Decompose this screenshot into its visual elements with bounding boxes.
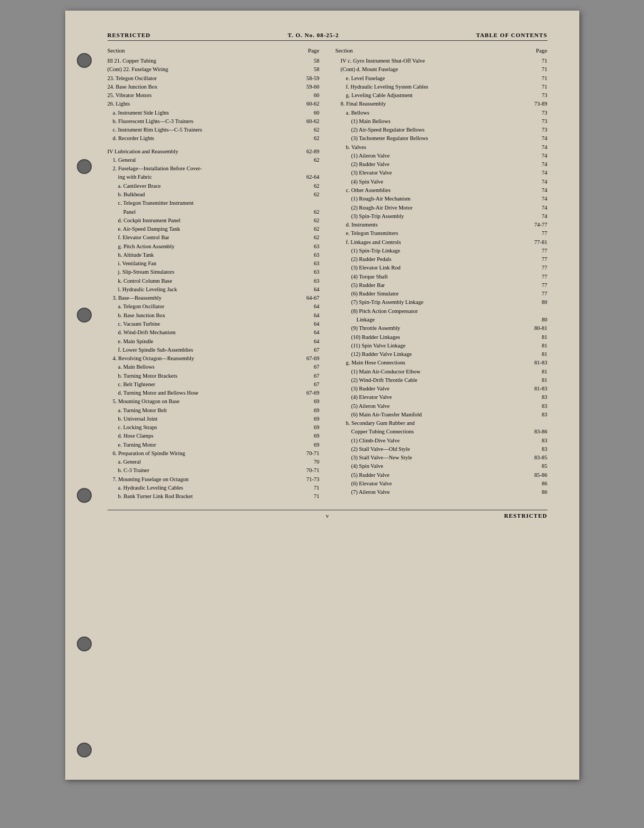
list-item: c. Instrument Rim Lights—C-5 Trainers62 (108, 126, 320, 134)
list-item: 8. Final Reassembly73-89 (336, 100, 548, 108)
list-item: 6. Preparation of Spindle Wiring70-71 (108, 449, 320, 458)
list-item: Linkage80 (336, 316, 548, 324)
list-item: (5) Aileron Valve83 (336, 402, 548, 411)
list-item: Panel62 (108, 208, 320, 216)
list-item: Copper Tubing Connections83-86 (336, 428, 548, 436)
list-item: 4. Revolving Octagon—Reassembly67-69 (108, 354, 320, 363)
binder-hole-5 (77, 637, 92, 651)
list-item: a. Bellows73 (336, 109, 548, 117)
list-item: a. Cantilever Brace62 (108, 182, 320, 190)
page-header: RESTRICTED T. O. No. 08-25-2 TABLE OF CO… (108, 32, 548, 41)
list-item: 1. General62 (108, 156, 320, 164)
list-item: (4) Spin Valve85 (336, 462, 548, 470)
list-item: b. C-3 Trainer70-71 (108, 466, 320, 475)
list-item: d. Turning Motor and Bellows Hose67-69 (108, 389, 320, 397)
list-item: (2) Rough-Air Drive Motor74 (336, 204, 548, 212)
list-item: 5. Mounting Octagon on Base69 (108, 397, 320, 406)
list-item: i. Ventilating Fan63 (108, 259, 320, 268)
binder-hole-6 (77, 743, 92, 757)
list-item: c. Telegon Transmitter Instrument (108, 199, 320, 207)
page-footer: v RESTRICTED (108, 510, 548, 519)
list-item: b. Valves74 (336, 143, 548, 152)
list-item: f. Lower Spindle Sub-Assemblies67 (108, 346, 320, 354)
left-page-label: Page (308, 47, 319, 54)
list-item: f. Linkages and Controls77-81 (336, 238, 548, 247)
list-item: 23. Telegon Oscillator58-59 (108, 74, 320, 83)
binder-hole-1 (77, 53, 92, 68)
list-item: (4) Elevator Valve83 (336, 393, 548, 402)
list-item: (12) Rudder Valve Linkage81 (336, 350, 548, 359)
list-item: (1) Rough-Air Mechanism74 (336, 195, 548, 203)
right-page-label: Page (536, 47, 547, 54)
list-item: 7. Mounting Fuselage on Octagon71-73 (108, 475, 320, 484)
list-item: (11) Spin Valve Linkage81 (336, 342, 548, 350)
list-item: (Cont) 22. Fuselage Wiring58 (108, 65, 320, 74)
list-item: b. Base Junction Box64 (108, 311, 320, 320)
list-item: c. Vacuum Turbine64 (108, 320, 320, 328)
list-item: IV Lubrication and Reassembly62-89 (108, 147, 320, 156)
list-item: (6) Elevator Valve86 (336, 480, 548, 488)
right-toc-entries: IV c. Gyro Instrument Shut-Off Valve71(C… (336, 57, 548, 497)
list-item: (1) Aileron Valve74 (336, 152, 548, 160)
list-item: g. Leveling Cable Adjustment73 (336, 91, 548, 100)
list-item: e. Telegon Transmitters77 (336, 229, 548, 238)
list-item: IV c. Gyro Instrument Shut-Off Valve71 (336, 57, 548, 65)
list-item: (2) Wind-Drift Throttle Cable81 (336, 376, 548, 385)
list-item: c. Other Assemblies74 (336, 186, 548, 195)
list-item: (4) Spin Valve74 (336, 178, 548, 186)
list-item: k. Control Column Base63 (108, 277, 320, 285)
list-item: (3) Tachometer Regulator Bellows74 (336, 134, 548, 143)
list-item: g. Pitch Action Assembly63 (108, 242, 320, 251)
list-item: ing with Fabric62-64 (108, 173, 320, 181)
list-item: (10) Rudder Linkages81 (336, 333, 548, 342)
list-item: b. Fluorescent Lights—C-3 Trainers60-62 (108, 117, 320, 126)
list-item: (4) Torque Shaft77 (336, 273, 548, 281)
list-item: d. Recorder Lights62 (108, 134, 320, 143)
toc-columns: Section Page III 21. Copper Tubing58(Con… (108, 47, 548, 501)
list-item: 2. Fuselage—Installation Before Cover- (108, 164, 320, 173)
list-item: c. Locking Straps69 (108, 423, 320, 432)
list-item: (2) Stall Valve—Old Style83 (336, 445, 548, 454)
right-col-header: Section Page (336, 47, 548, 54)
list-item: e. Turning Motor69 (108, 441, 320, 449)
list-item: (Cont) d. Mount Fuselage71 (336, 65, 548, 74)
list-item: l. Hydraulic Leveling Jack64 (108, 285, 320, 294)
left-col-header: Section Page (108, 47, 320, 54)
binder-hole-3 (77, 308, 92, 323)
binder-hole-4 (77, 488, 92, 503)
list-item: 25. Vibrator Motors60 (108, 91, 320, 100)
footer-left-blank (108, 512, 155, 519)
list-item: f. Hydraulic Leveling System Cables71 (336, 83, 548, 91)
list-item: (3) Elevator Valve74 (336, 169, 548, 177)
list-item: (8) Pitch Action Compensator (336, 307, 548, 316)
list-item: (5) Rudder Bar77 (336, 281, 548, 290)
left-section-label: Section (108, 47, 125, 54)
list-item: h. Secondary Gum Rubber and (336, 419, 548, 428)
list-item: 26. Lights60-62 (108, 100, 320, 108)
header-toc-right: TABLE OF CONTENTS (476, 32, 547, 38)
list-item: (5) Rudder Valve85-86 (336, 471, 548, 480)
list-item: b. Turning Motor Brackets67 (108, 372, 320, 380)
header-to-number: T. O. No. 08-25-2 (288, 32, 339, 38)
list-item: e. Level Fuselage71 (336, 74, 548, 83)
list-item: a. Main Bellows67 (108, 363, 320, 371)
list-item: d. Hose Clamps69 (108, 432, 320, 440)
left-column: Section Page III 21. Copper Tubing58(Con… (108, 47, 320, 501)
list-item: (2) Air-Speed Regulator Bellows73 (336, 126, 548, 134)
list-item: (2) Rudder Valve74 (336, 160, 548, 169)
list-item: (1) Main Bellows73 (336, 117, 548, 126)
footer-restricted-right: RESTRICTED (500, 512, 548, 519)
list-item: (3) Stall Valve—New Style83-85 (336, 454, 548, 462)
list-item: e. Air-Speed Damping Tank62 (108, 225, 320, 233)
left-toc-entries: III 21. Copper Tubing58(Cont) 22. Fusela… (108, 57, 320, 501)
list-item: a. General70 (108, 458, 320, 466)
list-item: b. Universal Joint69 (108, 415, 320, 423)
list-item: f. Elevator Control Bar62 (108, 233, 320, 242)
list-item: (1) Spin-Trip Linkage77 (336, 247, 548, 255)
list-item: (7) Spin-Trip Assembly Linkage80 (336, 298, 548, 307)
list-item: III 21. Copper Tubing58 (108, 57, 320, 65)
list-item: (7) Aileron Valve86 (336, 488, 548, 496)
list-item: b. Bulkhead62 (108, 190, 320, 199)
list-item: d. Instruments74-77 (336, 221, 548, 229)
list-item: a. Turning Motor Belt69 (108, 406, 320, 415)
